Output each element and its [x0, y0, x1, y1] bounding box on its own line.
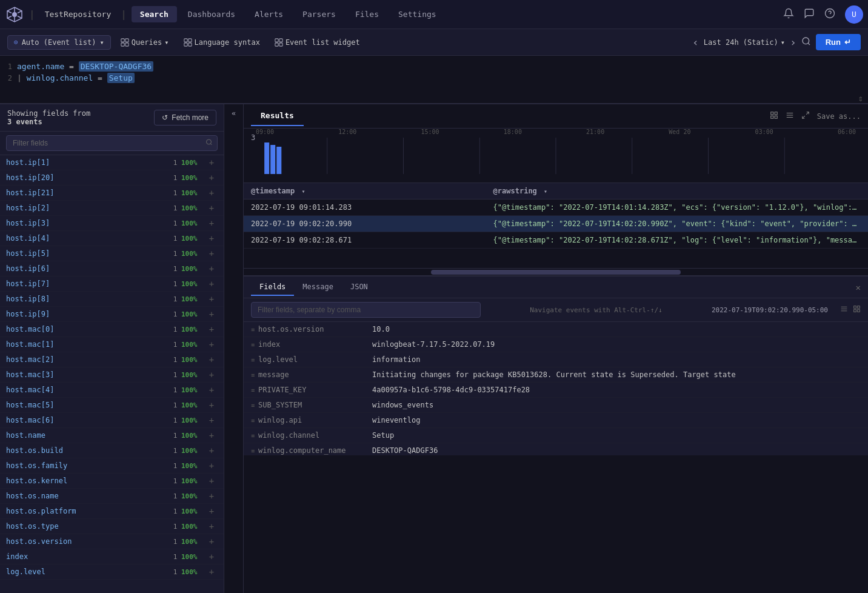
bottom-close-btn[interactable]: ✕ — [856, 283, 861, 292]
field-add-btn[interactable]: + — [205, 188, 218, 198]
field-row[interactable]: host.mac[5] 1 100% + — [0, 398, 224, 413]
field-add-btn[interactable]: + — [205, 552, 218, 561]
field-add-btn[interactable]: + — [205, 537, 218, 546]
field-add-btn[interactable]: + — [205, 158, 218, 167]
nav-tab-parsers[interactable]: Parsers — [294, 6, 344, 22]
results-tab-results[interactable]: Results — [251, 106, 304, 126]
notification-icon[interactable] — [783, 8, 794, 21]
field-row[interactable]: host.ip[2] 1 100% + — [0, 201, 224, 216]
fetch-more-btn[interactable]: ↺ Fetch more — [154, 110, 216, 126]
user-avatar[interactable]: U — [845, 5, 863, 24]
field-add-btn[interactable]: + — [205, 264, 218, 273]
field-row[interactable]: host.mac[2] 1 100% + — [0, 352, 224, 367]
field-row[interactable]: host.ip[3] 1 100% + — [0, 216, 224, 231]
detail-row[interactable]: ≡message Initiating changes for package … — [244, 367, 868, 383]
field-row[interactable]: host.ip[9] 1 100% + — [0, 307, 224, 322]
table-row[interactable]: 2022-07-19 09:01:14.283 {"@timestamp": "… — [244, 199, 868, 216]
col-timestamp[interactable]: @timestamp ▾ — [244, 183, 486, 199]
toolbar-icon-1[interactable] — [770, 111, 778, 121]
field-row[interactable]: host.ip[1] 1 100% + — [0, 155, 224, 170]
detail-row[interactable]: ≡winlog.computer_name DESKTOP-QADGF36 — [244, 443, 868, 456]
detail-icon-2[interactable] — [853, 305, 861, 315]
bottom-tab-message[interactable]: Message — [294, 279, 342, 296]
queries-btn[interactable]: Queries ▾ — [116, 36, 174, 49]
field-row[interactable]: host.mac[3] 1 100% + — [0, 367, 224, 383]
field-add-btn[interactable]: + — [205, 173, 218, 183]
next-btn[interactable]: › — [790, 36, 796, 49]
field-row[interactable]: host.os.kernel 1 100% + — [0, 474, 224, 489]
field-add-btn[interactable]: + — [205, 233, 218, 243]
nav-tab-alerts[interactable]: Alerts — [246, 6, 292, 22]
field-add-btn[interactable]: + — [205, 340, 218, 349]
bottom-tab-json[interactable]: JSON — [342, 279, 376, 296]
detail-row[interactable]: ≡log.level information — [244, 352, 868, 367]
field-row[interactable]: log.level 1 100% + — [0, 565, 224, 580]
field-row[interactable]: host.mac[4] 1 100% + — [0, 383, 224, 398]
detail-row[interactable]: ≡SUB_SYSTEM windows_events — [244, 398, 868, 413]
field-add-btn[interactable]: + — [205, 370, 218, 380]
field-add-btn[interactable]: + — [205, 400, 218, 410]
field-row[interactable]: host.ip[21] 1 100% + — [0, 186, 224, 201]
field-add-btn[interactable]: + — [205, 476, 218, 486]
detail-row[interactable]: ≡winlog.api wineventlog — [244, 413, 868, 428]
col-rawstring[interactable]: @rawstring ▾ — [486, 183, 868, 199]
field-add-btn[interactable]: + — [205, 506, 218, 516]
field-row[interactable]: host.ip[8] 1 100% + — [0, 292, 224, 307]
field-add-btn[interactable]: + — [205, 203, 218, 213]
language-syntax-btn[interactable]: Language syntax — [179, 36, 265, 49]
table-row[interactable]: 2022-07-19 09:02:28.671 {"@timestamp": "… — [244, 232, 868, 249]
bottom-filter-input[interactable] — [251, 302, 481, 318]
field-add-btn[interactable]: + — [205, 461, 218, 471]
detail-row[interactable]: ≡index winlogbeat-7.17.5-2022.07.19 — [244, 337, 868, 352]
field-add-btn[interactable]: + — [205, 355, 218, 364]
field-row[interactable]: host.name 1 100% + — [0, 428, 224, 443]
detail-table-container[interactable]: ≡host.os.version 10.0 ≡index winlogbeat-… — [244, 322, 868, 455]
nav-tab-search[interactable]: Search — [132, 6, 177, 22]
run-btn[interactable]: Run ↵ — [816, 34, 861, 50]
horizontal-scrollbar[interactable] — [244, 268, 868, 275]
field-add-btn[interactable]: + — [205, 567, 218, 577]
fields-filter-input[interactable] — [6, 135, 218, 151]
field-add-btn[interactable]: + — [205, 309, 218, 319]
chat-icon[interactable] — [804, 8, 815, 21]
save-as-btn[interactable]: Save as... — [817, 112, 861, 121]
nav-tab-dashboards[interactable]: Dashboards — [179, 6, 244, 22]
query-editor[interactable]: 1 agent.name = DESKTOP-QADGF36 2 | winlo… — [0, 56, 868, 104]
field-add-btn[interactable]: + — [205, 446, 218, 455]
field-add-btn[interactable]: + — [205, 294, 218, 304]
field-add-btn[interactable]: + — [205, 415, 218, 425]
field-add-btn[interactable]: + — [205, 385, 218, 395]
nav-tab-settings[interactable]: Settings — [390, 6, 445, 22]
field-add-btn[interactable]: + — [205, 324, 218, 334]
field-row[interactable]: host.os.platform 1 100% + — [0, 504, 224, 519]
field-row[interactable]: host.os.build 1 100% + — [0, 443, 224, 458]
search-zoom-icon[interactable] — [801, 36, 811, 49]
results-table-area[interactable]: @timestamp ▾ @rawstring ▾ 2022-07-19 09:… — [244, 183, 868, 268]
field-add-btn[interactable]: + — [205, 431, 218, 440]
field-add-btn[interactable]: + — [205, 218, 218, 228]
field-row[interactable]: host.ip[5] 1 100% + — [0, 246, 224, 261]
field-row[interactable]: host.os.type 1 100% + — [0, 519, 224, 534]
field-row[interactable]: host.ip[4] 1 100% + — [0, 231, 224, 246]
field-add-btn[interactable]: + — [205, 279, 218, 289]
field-row[interactable]: host.ip[7] 1 100% + — [0, 276, 224, 292]
detail-row[interactable]: ≡host.os.version 10.0 — [244, 322, 868, 337]
auto-selector[interactable]: ⊙ Auto (Event list) ▾ — [7, 35, 111, 50]
time-selector[interactable]: Last 24h (Static) ▾ — [704, 38, 785, 47]
field-add-btn[interactable]: + — [205, 249, 218, 258]
table-row[interactable]: 2022-07-19 09:02:20.990 {"@timestamp": "… — [244, 216, 868, 232]
field-row[interactable]: host.os.name 1 100% + — [0, 489, 224, 504]
help-icon[interactable] — [824, 8, 835, 21]
field-row[interactable]: host.ip[20] 1 100% + — [0, 170, 224, 186]
field-row[interactable]: host.os.version 1 100% + — [0, 534, 224, 549]
field-row[interactable]: host.mac[6] 1 100% + — [0, 413, 224, 428]
prev-btn[interactable]: ‹ — [692, 36, 699, 49]
field-row[interactable]: host.os.family 1 100% + — [0, 458, 224, 474]
detail-row[interactable]: ≡winlog.channel Setup — [244, 428, 868, 443]
field-row[interactable]: host.mac[1] 1 100% + — [0, 337, 224, 352]
nav-tab-files[interactable]: Files — [347, 6, 387, 22]
bottom-tab-fields[interactable]: Fields — [251, 279, 294, 296]
detail-row[interactable]: ≡PRIVATE_KEY 4a00957a-b1c6-5798-4dc9-033… — [244, 383, 868, 398]
field-row[interactable]: index 1 100% + — [0, 549, 224, 565]
toolbar-icon-3[interactable] — [801, 111, 810, 121]
